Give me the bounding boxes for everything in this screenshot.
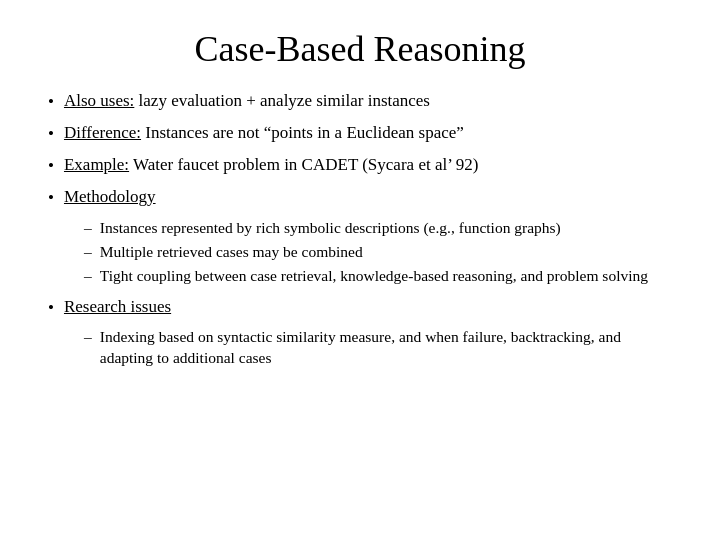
bullet-difference: • Difference: Instances are not “points … (48, 122, 672, 146)
sub-text-3: Tight coupling between case retrieval, k… (100, 266, 672, 287)
bullet-content-3: Water faucet problem in CADET (Sycara et… (129, 155, 478, 174)
bullet-dot-5: • (48, 297, 54, 320)
research-sub-text-1: Indexing based on syntactic similarity m… (100, 327, 672, 369)
bullet-dot-1: • (48, 91, 54, 114)
bullet-text-3: Example: Water faucet problem in CADET (… (64, 154, 672, 177)
bullet-label-1: Also uses: (64, 91, 134, 110)
bullet-dot-3: • (48, 155, 54, 178)
sub-text-1: Instances represented by rich symbolic d… (100, 218, 672, 239)
bullet-label-3: Example: (64, 155, 129, 174)
sub-dash-3: – (84, 266, 92, 287)
slide: Case-Based Reasoning • Also uses: lazy e… (0, 0, 720, 540)
research-issues-sub-1: – Indexing based on syntactic similarity… (84, 327, 672, 369)
bullet-content-1: lazy evaluation + analyze similar instan… (134, 91, 430, 110)
bullet-text-2: Difference: Instances are not “points in… (64, 122, 672, 145)
research-sub-dash-1: – (84, 327, 92, 348)
bullet-dot-2: • (48, 123, 54, 146)
bullet-dot-4: • (48, 187, 54, 210)
bullet-text-5: Research issues (64, 296, 672, 319)
research-issues-subitems: – Indexing based on syntactic similarity… (84, 327, 672, 372)
bullet-content-2: Instances are not “points in a Euclidean… (141, 123, 464, 142)
methodology-sub-2: – Multiple retrieved cases may be combin… (84, 242, 672, 263)
bullet-text-4: Methodology (64, 186, 672, 209)
bullet-label-2: Difference: (64, 123, 141, 142)
methodology-sub-3: – Tight coupling between case retrieval,… (84, 266, 672, 287)
bullet-example: • Example: Water faucet problem in CADET… (48, 154, 672, 178)
research-issues-label: Research issues (64, 297, 171, 316)
content-area: • Also uses: lazy evaluation + analyze s… (48, 90, 672, 512)
methodology-subitems: – Instances represented by rich symbolic… (84, 218, 672, 290)
sub-dash-1: – (84, 218, 92, 239)
bullet-text-1: Also uses: lazy evaluation + analyze sim… (64, 90, 672, 113)
methodology-sub-1: – Instances represented by rich symbolic… (84, 218, 672, 239)
sub-text-2: Multiple retrieved cases may be combined (100, 242, 672, 263)
bullet-research-issues: • Research issues (48, 296, 672, 320)
bullet-methodology: • Methodology (48, 186, 672, 210)
slide-title: Case-Based Reasoning (48, 28, 672, 70)
bullet-label-4: Methodology (64, 187, 156, 206)
bullet-also-uses: • Also uses: lazy evaluation + analyze s… (48, 90, 672, 114)
sub-dash-2: – (84, 242, 92, 263)
